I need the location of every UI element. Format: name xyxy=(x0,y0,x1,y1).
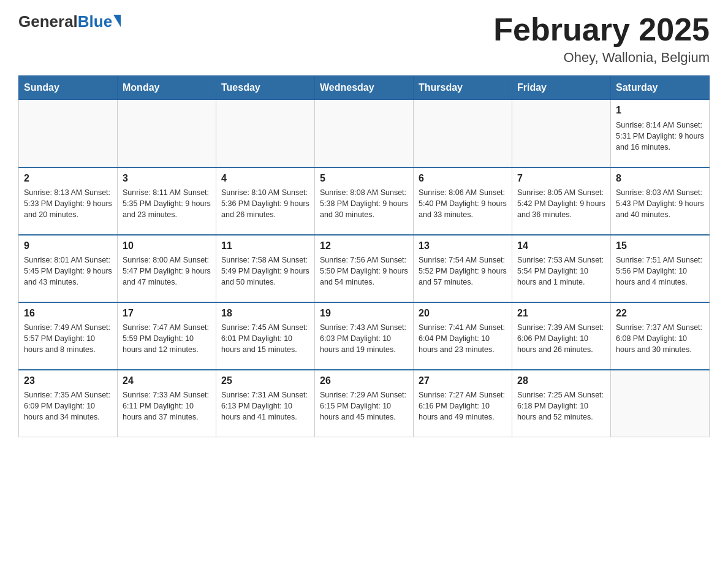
day-number: 9 xyxy=(24,239,112,253)
calendar-day-cell: 22Sunrise: 7:37 AM Sunset: 6:08 PM Dayli… xyxy=(611,302,710,370)
day-info: Sunrise: 7:27 AM Sunset: 6:16 PM Dayligh… xyxy=(419,389,507,423)
calendar-day-cell: 3Sunrise: 8:11 AM Sunset: 5:35 PM Daylig… xyxy=(118,167,216,235)
day-info: Sunrise: 7:56 AM Sunset: 5:50 PM Dayligh… xyxy=(320,255,408,288)
calendar-day-cell: 4Sunrise: 8:10 AM Sunset: 5:36 PM Daylig… xyxy=(216,167,315,235)
day-info: Sunrise: 8:13 AM Sunset: 5:33 PM Dayligh… xyxy=(24,187,112,220)
day-info: Sunrise: 7:53 AM Sunset: 5:54 PM Dayligh… xyxy=(517,255,605,288)
day-info: Sunrise: 8:14 AM Sunset: 5:31 PM Dayligh… xyxy=(616,120,704,153)
day-number: 26 xyxy=(320,374,408,388)
day-info: Sunrise: 7:35 AM Sunset: 6:09 PM Dayligh… xyxy=(24,389,112,423)
day-number: 13 xyxy=(419,239,507,253)
calendar-day-cell: 1Sunrise: 8:14 AM Sunset: 5:31 PM Daylig… xyxy=(611,100,710,167)
calendar-day-cell: 23Sunrise: 7:35 AM Sunset: 6:09 PM Dayli… xyxy=(19,370,118,437)
day-number: 27 xyxy=(419,374,507,388)
calendar-day-cell: 8Sunrise: 8:03 AM Sunset: 5:43 PM Daylig… xyxy=(611,167,710,235)
calendar-day-cell: 18Sunrise: 7:45 AM Sunset: 6:01 PM Dayli… xyxy=(216,302,315,370)
calendar-day-cell: 13Sunrise: 7:54 AM Sunset: 5:52 PM Dayli… xyxy=(414,235,512,302)
day-info: Sunrise: 7:58 AM Sunset: 5:49 PM Dayligh… xyxy=(221,255,309,288)
calendar-day-cell: 26Sunrise: 7:29 AM Sunset: 6:15 PM Dayli… xyxy=(315,370,414,437)
weekday-header-saturday: Saturday xyxy=(611,76,710,100)
calendar-day-cell: 27Sunrise: 7:27 AM Sunset: 6:16 PM Dayli… xyxy=(414,370,512,437)
month-title: February 2025 xyxy=(493,12,710,47)
day-number: 14 xyxy=(517,239,605,253)
day-info: Sunrise: 8:11 AM Sunset: 5:35 PM Dayligh… xyxy=(123,187,211,220)
calendar-day-cell: 5Sunrise: 8:08 AM Sunset: 5:38 PM Daylig… xyxy=(315,167,414,235)
day-number: 5 xyxy=(320,172,408,185)
day-number: 17 xyxy=(123,307,211,320)
logo-blue-text: Blue xyxy=(78,12,112,31)
weekday-header-monday: Monday xyxy=(118,76,216,100)
calendar-day-cell: 2Sunrise: 8:13 AM Sunset: 5:33 PM Daylig… xyxy=(19,167,118,235)
weekday-header-wednesday: Wednesday xyxy=(315,76,414,100)
day-number: 28 xyxy=(517,374,605,388)
day-info: Sunrise: 7:41 AM Sunset: 6:04 PM Dayligh… xyxy=(419,322,507,355)
day-info: Sunrise: 8:03 AM Sunset: 5:43 PM Dayligh… xyxy=(616,187,704,220)
calendar-day-cell: 19Sunrise: 7:43 AM Sunset: 6:03 PM Dayli… xyxy=(315,302,414,370)
calendar-day-cell: 25Sunrise: 7:31 AM Sunset: 6:13 PM Dayli… xyxy=(216,370,315,437)
day-number: 25 xyxy=(221,374,309,388)
day-info: Sunrise: 7:54 AM Sunset: 5:52 PM Dayligh… xyxy=(419,255,507,288)
calendar-week-row: 16Sunrise: 7:49 AM Sunset: 5:57 PM Dayli… xyxy=(19,302,710,370)
logo: General Blue xyxy=(18,12,121,31)
day-info: Sunrise: 8:10 AM Sunset: 5:36 PM Dayligh… xyxy=(221,187,309,220)
day-number: 1 xyxy=(616,104,704,117)
calendar-day-cell: 14Sunrise: 7:53 AM Sunset: 5:54 PM Dayli… xyxy=(512,235,611,302)
day-number: 6 xyxy=(419,172,507,185)
day-info: Sunrise: 7:39 AM Sunset: 6:06 PM Dayligh… xyxy=(517,322,605,355)
day-number: 20 xyxy=(419,307,507,320)
day-info: Sunrise: 8:05 AM Sunset: 5:42 PM Dayligh… xyxy=(517,187,605,220)
calendar-day-cell xyxy=(512,100,611,167)
weekday-header-thursday: Thursday xyxy=(414,76,512,100)
calendar-day-cell: 21Sunrise: 7:39 AM Sunset: 6:06 PM Dayli… xyxy=(512,302,611,370)
calendar-day-cell: 17Sunrise: 7:47 AM Sunset: 5:59 PM Dayli… xyxy=(118,302,216,370)
day-number: 15 xyxy=(616,239,704,253)
day-info: Sunrise: 8:01 AM Sunset: 5:45 PM Dayligh… xyxy=(24,255,112,288)
calendar-day-cell: 15Sunrise: 7:51 AM Sunset: 5:56 PM Dayli… xyxy=(611,235,710,302)
day-info: Sunrise: 7:37 AM Sunset: 6:08 PM Dayligh… xyxy=(616,322,704,355)
calendar-day-cell: 7Sunrise: 8:05 AM Sunset: 5:42 PM Daylig… xyxy=(512,167,611,235)
calendar-week-row: 23Sunrise: 7:35 AM Sunset: 6:09 PM Dayli… xyxy=(19,370,710,437)
day-number: 23 xyxy=(24,374,112,388)
day-number: 7 xyxy=(517,172,605,185)
calendar-day-cell xyxy=(611,370,710,437)
logo-blue-part: Blue xyxy=(78,12,121,31)
day-number: 4 xyxy=(221,172,309,185)
calendar-day-cell: 12Sunrise: 7:56 AM Sunset: 5:50 PM Dayli… xyxy=(315,235,414,302)
calendar-day-cell: 20Sunrise: 7:41 AM Sunset: 6:04 PM Dayli… xyxy=(414,302,512,370)
location-text: Ohey, Wallonia, Belgium xyxy=(493,50,710,66)
weekday-header-tuesday: Tuesday xyxy=(216,76,315,100)
calendar-day-cell xyxy=(118,100,216,167)
calendar-day-cell xyxy=(414,100,512,167)
weekday-header-row: SundayMondayTuesdayWednesdayThursdayFrid… xyxy=(19,76,710,100)
calendar-day-cell xyxy=(216,100,315,167)
weekday-header-friday: Friday xyxy=(512,76,611,100)
day-info: Sunrise: 8:00 AM Sunset: 5:47 PM Dayligh… xyxy=(123,255,211,288)
day-number: 2 xyxy=(24,172,112,185)
day-info: Sunrise: 7:43 AM Sunset: 6:03 PM Dayligh… xyxy=(320,322,408,355)
day-number: 11 xyxy=(221,239,309,253)
calendar-week-row: 2Sunrise: 8:13 AM Sunset: 5:33 PM Daylig… xyxy=(19,167,710,235)
day-info: Sunrise: 7:29 AM Sunset: 6:15 PM Dayligh… xyxy=(320,389,408,423)
day-number: 18 xyxy=(221,307,309,320)
day-info: Sunrise: 7:25 AM Sunset: 6:18 PM Dayligh… xyxy=(517,389,605,423)
calendar-day-cell xyxy=(315,100,414,167)
title-area: February 2025 Ohey, Wallonia, Belgium xyxy=(493,12,710,66)
day-number: 21 xyxy=(517,307,605,320)
day-number: 10 xyxy=(123,239,211,253)
day-number: 8 xyxy=(616,172,704,185)
day-info: Sunrise: 7:51 AM Sunset: 5:56 PM Dayligh… xyxy=(616,255,704,288)
logo-triangle-icon xyxy=(113,15,121,27)
day-number: 19 xyxy=(320,307,408,320)
calendar-day-cell: 10Sunrise: 8:00 AM Sunset: 5:47 PM Dayli… xyxy=(118,235,216,302)
calendar-day-cell: 11Sunrise: 7:58 AM Sunset: 5:49 PM Dayli… xyxy=(216,235,315,302)
page-header: General Blue February 2025 Ohey, Walloni… xyxy=(18,12,710,66)
day-info: Sunrise: 7:45 AM Sunset: 6:01 PM Dayligh… xyxy=(221,322,309,355)
calendar-day-cell: 28Sunrise: 7:25 AM Sunset: 6:18 PM Dayli… xyxy=(512,370,611,437)
calendar-day-cell xyxy=(19,100,118,167)
calendar-day-cell: 16Sunrise: 7:49 AM Sunset: 5:57 PM Dayli… xyxy=(19,302,118,370)
logo-general-text: General xyxy=(18,12,78,31)
day-info: Sunrise: 7:31 AM Sunset: 6:13 PM Dayligh… xyxy=(221,389,309,423)
calendar-week-row: 1Sunrise: 8:14 AM Sunset: 5:31 PM Daylig… xyxy=(19,100,710,167)
day-info: Sunrise: 8:08 AM Sunset: 5:38 PM Dayligh… xyxy=(320,187,408,220)
calendar-day-cell: 6Sunrise: 8:06 AM Sunset: 5:40 PM Daylig… xyxy=(414,167,512,235)
